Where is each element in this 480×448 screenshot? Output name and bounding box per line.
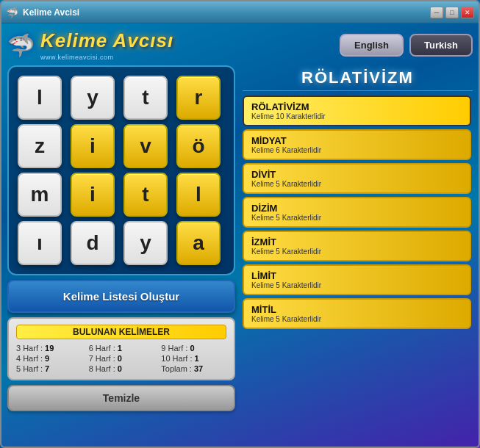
word-desc-1: Kelime 6 Karakterlidir <box>251 146 462 154</box>
word-item-5[interactable]: LİMİTKelime 5 Karakterlidir <box>243 264 471 295</box>
letter-cell-7[interactable]: ö <box>176 124 221 168</box>
stat-value-4: 0 <box>118 354 122 363</box>
header-row: 🦈 Kelime Avcısı www.kelimeavcisi.com Eng… <box>7 29 473 61</box>
letter-cell-3[interactable]: r <box>176 76 221 120</box>
word-desc-0: Kelime 10 Karakterlidir <box>251 112 462 120</box>
letter-cell-11[interactable]: l <box>176 173 221 217</box>
maximize-button[interactable]: □ <box>445 7 459 18</box>
stat-value-8: 37 <box>194 364 203 373</box>
stat-label-1: 6 Harf : <box>89 344 115 353</box>
main-window: 🦈 Kelime Avcisi ─ □ ✕ 🦈 Kelime Avcısı ww… <box>0 0 480 448</box>
word-desc-6: Kelime 5 Karakterlidir <box>251 315 462 323</box>
stat-label-2: 9 Harf : <box>161 344 187 353</box>
stat-item-4: 7 Harf :0 <box>89 354 154 363</box>
word-desc-4: Kelime 5 Karakterlidir <box>251 248 462 256</box>
stat-item-0: 3 Harf :19 <box>16 344 82 353</box>
logo-subtitle: www.kelimeavcisi.com <box>40 54 173 61</box>
letter-cell-1[interactable]: y <box>71 76 115 120</box>
stat-label-6: 5 Harf : <box>16 364 43 373</box>
word-item-2[interactable]: DİVİTKelime 5 Karakterlidir <box>243 163 471 194</box>
stat-item-3: 4 Harf :9 <box>16 354 82 363</box>
letter-cell-8[interactable]: m <box>18 173 62 217</box>
left-panel: lytrzivömitlıdya Kelime Listesi Oluştur … <box>7 65 235 441</box>
stat-item-1: 6 Harf :1 <box>89 344 154 353</box>
letter-cell-15[interactable]: a <box>176 221 221 265</box>
logo-text-group: Kelime Avcısı www.kelimeavcisi.com <box>40 29 173 61</box>
generate-button[interactable]: Kelime Listesi Oluştur <box>7 280 235 313</box>
word-item-3[interactable]: DİZİMKelime 5 Karakterlidir <box>243 197 471 228</box>
stats-grid: 3 Harf :196 Harf :19 Harf :04 Harf :97 H… <box>16 344 226 373</box>
logo-title: Kelime Avcısı <box>40 29 173 52</box>
right-panel: RÖLATİVİZM RÖLATİVİZMKelime 10 Karakterl… <box>243 65 473 441</box>
letter-cell-2[interactable]: t <box>123 76 168 120</box>
stat-label-4: 7 Harf : <box>89 354 115 363</box>
clear-button[interactable]: Temizle <box>7 385 235 411</box>
word-desc-5: Kelime 5 Karakterlidir <box>251 281 462 289</box>
language-buttons: English Turkish <box>340 34 473 57</box>
turkish-button[interactable]: Turkish <box>409 34 473 57</box>
word-display-title: RÖLATİVİZM <box>243 65 473 91</box>
stat-label-3: 4 Harf : <box>16 354 43 363</box>
logo-area: 🦈 Kelime Avcısı www.kelimeavcisi.com <box>7 29 173 61</box>
stat-label-5: 10 Harf : <box>161 354 192 363</box>
word-item-4[interactable]: İZMİTKelime 5 Karakterlidir <box>243 231 471 261</box>
stat-value-1: 1 <box>118 344 122 353</box>
word-name-3: DİZİM <box>251 203 462 214</box>
close-button[interactable]: ✕ <box>461 7 474 18</box>
word-name-0: RÖLATİVİZM <box>251 101 462 112</box>
minimize-button[interactable]: ─ <box>430 7 443 18</box>
word-name-6: MİTİL <box>251 304 462 315</box>
stats-title: BULUNAN KELİMELER <box>16 325 226 339</box>
stat-value-3: 9 <box>45 354 49 363</box>
letter-cell-14[interactable]: y <box>123 221 168 265</box>
word-desc-3: Kelime 5 Karakterlidir <box>251 214 462 222</box>
word-name-5: LİMİT <box>251 270 462 281</box>
english-button[interactable]: English <box>340 34 404 57</box>
letter-cell-6[interactable]: v <box>123 124 168 168</box>
letter-cell-12[interactable]: ı <box>18 221 62 265</box>
stat-value-7: 0 <box>118 364 122 373</box>
letter-cell-10[interactable]: t <box>123 173 168 217</box>
title-bar-title: Kelime Avcisi <box>23 7 430 18</box>
word-desc-2: Kelime 5 Karakterlidir <box>251 180 462 188</box>
stats-panel: BULUNAN KELİMELER 3 Harf :196 Harf :19 H… <box>7 317 235 380</box>
word-item-0[interactable]: RÖLATİVİZMKelime 10 Karakterlidir <box>243 95 471 126</box>
stat-value-0: 19 <box>45 344 54 353</box>
word-item-6[interactable]: MİTİLKelime 5 Karakterlidir <box>243 298 471 329</box>
stat-value-2: 0 <box>190 344 194 353</box>
stat-label-7: 8 Harf : <box>89 364 115 373</box>
stat-item-5: 10 Harf :1 <box>161 354 226 363</box>
stat-item-8: Toplam :37 <box>161 364 226 373</box>
stat-item-7: 8 Harf :0 <box>89 364 154 373</box>
word-name-1: MİDYAT <box>251 135 462 146</box>
letter-cell-5[interactable]: i <box>71 124 115 168</box>
word-name-2: DİVİT <box>251 169 462 180</box>
stat-label-8: Toplam : <box>161 364 192 373</box>
shark-icon: 🦈 <box>7 32 35 58</box>
word-name-4: İZMİT <box>251 236 462 248</box>
main-content: 🦈 Kelime Avcısı www.kelimeavcisi.com Eng… <box>1 24 479 447</box>
letter-cell-13[interactable]: d <box>71 221 115 265</box>
letter-cell-9[interactable]: i <box>71 173 115 217</box>
letter-cell-0[interactable]: l <box>18 76 62 120</box>
letter-grid: lytrzivömitlıdya <box>18 76 225 265</box>
title-bar: 🦈 Kelime Avcisi ─ □ ✕ <box>1 1 479 24</box>
stat-label-0: 3 Harf : <box>16 344 43 353</box>
letter-grid-container: lytrzivömitlıdya <box>7 65 235 275</box>
word-item-1[interactable]: MİDYATKelime 6 Karakterlidir <box>243 129 471 160</box>
title-bar-icon: 🦈 <box>6 7 18 18</box>
word-list-container[interactable]: RÖLATİVİZMKelime 10 KarakterlidirMİDYATK… <box>243 95 473 441</box>
stat-value-5: 1 <box>195 354 199 363</box>
body-row: lytrzivömitlıdya Kelime Listesi Oluştur … <box>7 65 473 441</box>
letter-cell-4[interactable]: z <box>18 124 62 168</box>
title-bar-controls: ─ □ ✕ <box>430 7 474 18</box>
stat-item-2: 9 Harf :0 <box>161 344 226 353</box>
stat-item-6: 5 Harf :7 <box>16 364 82 373</box>
stat-value-6: 7 <box>45 364 49 373</box>
